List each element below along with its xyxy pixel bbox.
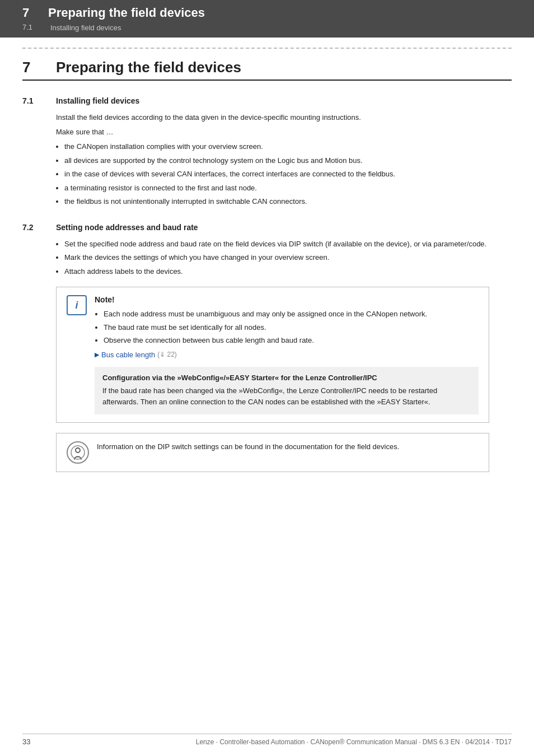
svg-point-0 — [76, 448, 80, 452]
note-icon: i — [67, 295, 87, 315]
note-bullets: Each node address must be unambiguous an… — [104, 309, 479, 346]
section-72-num: 7.2 — [22, 223, 45, 232]
doc-info: Lenze · Controller-based Automation · CA… — [196, 738, 512, 746]
list-item: The baud rate must be set identically fo… — [104, 322, 479, 333]
page-footer: 33 Lenze · Controller-based Automation ·… — [22, 734, 512, 746]
tip-icon — [67, 441, 89, 464]
link-text: Bus cable length — [101, 351, 155, 359]
section-72-bullets: Set the specified node address and baud … — [64, 239, 512, 277]
section-71-intro2: Make sure that … — [56, 127, 512, 138]
list-item: the fieldbus is not unintentionally inte… — [64, 196, 512, 207]
header-sub-title: Installing field devices — [50, 24, 121, 32]
config-box: Configuration via the »WebConfig«/»EASY … — [95, 367, 479, 414]
section-72-title: Setting node addresses and baud rate — [56, 223, 198, 232]
list-item: Each node address must be unambiguous an… — [104, 309, 479, 320]
chapter-number: 7 — [22, 59, 45, 76]
tip-box: Information on the DIP switch settings c… — [56, 433, 489, 472]
config-box-text: If the baud rate has been changed via th… — [102, 385, 471, 408]
list-item: Observe the connection between bus cable… — [104, 335, 479, 346]
note-title: Note! — [95, 295, 479, 304]
list-item: Set the specified node address and baud … — [64, 239, 512, 250]
section-71-bullets: the CANopen installation complies with y… — [64, 141, 512, 207]
chapter-heading: 7 Preparing the field devices — [22, 59, 512, 81]
section-71-num: 7.1 — [22, 96, 45, 105]
main-content: 7 Preparing the field devices 7.1 Instal… — [0, 59, 534, 516]
header-chapter-title: Preparing the field devices — [48, 6, 205, 20]
page-number: 33 — [22, 738, 30, 746]
header-chapter-num: 7 — [22, 6, 39, 20]
header-sub-num: 7.1 — [22, 23, 39, 31]
dashed-separator — [22, 48, 512, 49]
chapter-title: Preparing the field devices — [56, 59, 241, 76]
section-71-title: Installing field devices — [56, 96, 139, 105]
note-content: Note! Each node address must be unambigu… — [95, 295, 479, 414]
tip-svg-icon — [70, 445, 86, 460]
list-item: in the case of devices with several CAN … — [64, 169, 512, 180]
list-item: all devices are supported by the control… — [64, 155, 512, 166]
section-71-intro1: Install the field devices according to t… — [56, 112, 512, 123]
header-strip: 7 Preparing the field devices 7.1 Instal… — [0, 0, 534, 38]
list-item: Attach address labels to the devices. — [64, 266, 512, 277]
tip-text: Information on the DIP switch settings c… — [97, 441, 479, 452]
page-wrapper: 7 Preparing the field devices 7.1 Instal… — [0, 0, 534, 756]
link-ref: (⇓ 22) — [157, 351, 177, 358]
list-item: a terminating resistor is connected to t… — [64, 183, 512, 194]
bus-cable-length-link[interactable]: ▶ Bus cable length (⇓ 22) — [95, 351, 479, 359]
config-box-title: Configuration via the »WebConfig«/»EASY … — [102, 374, 471, 382]
note-box: i Note! Each node address must be unambi… — [56, 287, 489, 423]
list-item: Mark the devices the settings of which y… — [64, 252, 512, 263]
section-72-heading: 7.2 Setting node addresses and baud rate — [22, 223, 512, 232]
link-arrow-icon: ▶ — [95, 351, 99, 358]
section-71-heading: 7.1 Installing field devices — [22, 96, 512, 105]
list-item: the CANopen installation complies with y… — [64, 141, 512, 152]
